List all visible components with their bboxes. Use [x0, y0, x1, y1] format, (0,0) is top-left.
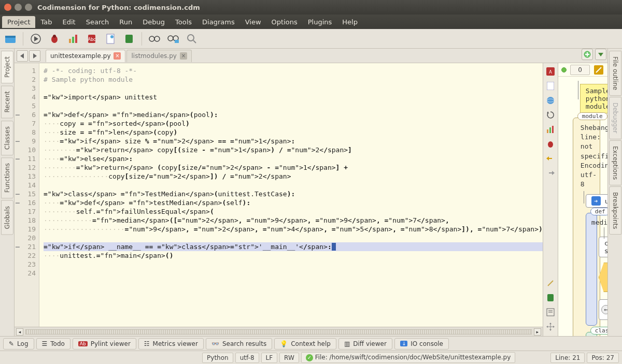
find-file-icon[interactable] — [166, 32, 180, 46]
book-icon[interactable] — [122, 32, 136, 46]
dict-icon[interactable]: A — [545, 66, 556, 77]
diagram-module-box: module Shebang line: not specified Encod… — [573, 118, 600, 336]
menu-tools[interactable]: Tools — [170, 16, 197, 28]
nav-forward-button[interactable] — [29, 50, 40, 62]
menu-tab[interactable]: Tab — [35, 16, 57, 28]
add-panel-button[interactable] — [582, 49, 593, 60]
find-icon[interactable] — [147, 32, 162, 46]
wand-icon[interactable] — [545, 278, 556, 288]
sidebar-tab-globals[interactable]: Globals — [1, 200, 13, 235]
indent-icon[interactable] — [545, 307, 556, 317]
status-dot-icon — [561, 67, 567, 72]
window-minimize-button[interactable] — [15, 4, 22, 11]
svg-point-33 — [548, 141, 553, 148]
code-content[interactable]: # -*- coding: utf-8 -*-# Sample python m… — [39, 63, 543, 327]
metrics-icon[interactable] — [66, 32, 80, 46]
bottom-tab-io[interactable]: ↓IO console — [394, 338, 449, 350]
diagram-import-box: ➔ unittest — [586, 194, 607, 208]
def-body-box: copy = sorted(pool) size = len(copy) — [599, 237, 607, 257]
editor-scrollbar[interactable]: ◂ ▸ — [15, 327, 543, 336]
move-icon[interactable] — [545, 322, 556, 332]
menu-search[interactable]: Search — [81, 16, 115, 28]
diagram-class-box: class TestMedian(unittest.TestCase) def … — [586, 332, 597, 336]
bottom-tab-pylint[interactable]: AbPylint viewer — [73, 338, 136, 350]
pylint-book-icon[interactable]: Abc — [84, 32, 99, 46]
project-icon[interactable] — [3, 32, 18, 46]
close-tab-icon[interactable]: × — [114, 52, 121, 60]
toolbar: Abc — [0, 29, 622, 49]
undo-icon[interactable] — [545, 153, 556, 164]
run-icon[interactable] — [29, 32, 43, 46]
encoding-text: Encoding: utf-8 — [581, 161, 595, 190]
sidebar-tab-functions[interactable]: Functions — [1, 157, 13, 198]
svg-marker-35 — [552, 171, 555, 175]
wand2-icon[interactable] — [593, 64, 604, 76]
diff-icon: ▥ — [344, 340, 350, 347]
scroll-left-icon[interactable]: ◂ — [16, 328, 23, 336]
debug-bug-icon[interactable] — [47, 32, 62, 46]
diagram-toolbar: 0 — [558, 63, 607, 77]
bars-icon[interactable] — [545, 124, 556, 135]
module-label: module — [577, 112, 607, 120]
status-pos: Pos: 27 — [587, 353, 619, 363]
window-close-button[interactable] — [4, 4, 11, 11]
svg-point-14 — [149, 36, 154, 41]
status-file: ✓ File: /home/swift/codimension/doc/WebS… — [301, 352, 516, 363]
class-label: class — [590, 327, 607, 334]
diagram-def-median: def median(pool) copy = sorted(pool) siz… — [586, 213, 597, 326]
doc2-icon[interactable] — [545, 81, 556, 91]
redo-icon[interactable] — [545, 168, 556, 178]
sidebar-tab-classes[interactable]: Classes — [1, 121, 13, 155]
bottom-tab-help[interactable]: 💡Context help — [274, 338, 336, 350]
svg-rect-1 — [5, 36, 16, 38]
svg-rect-19 — [175, 40, 179, 43]
sidebar-tab-debugger[interactable]: Debugger — [609, 97, 621, 139]
menu-debug[interactable]: Debug — [137, 16, 170, 28]
search-icon[interactable] — [185, 32, 199, 46]
scroll-right-icon[interactable]: ▸ — [534, 328, 541, 336]
svg-line-21 — [193, 40, 196, 43]
svg-rect-37 — [547, 294, 554, 301]
status-line: Line: 21 — [550, 353, 585, 363]
doc-icon[interactable] — [103, 32, 118, 46]
globe-icon[interactable] — [545, 95, 556, 106]
status-mode: RW — [279, 353, 299, 363]
bottom-tab-search[interactable]: 👓Search results — [206, 338, 272, 350]
book2-icon[interactable] — [545, 293, 556, 303]
file-tab-unittestexample[interactable]: unittestexample.py × — [46, 50, 125, 62]
file-tab-listmodules[interactable]: listmodules.py × — [126, 50, 191, 62]
nav-back-button[interactable] — [17, 50, 28, 62]
menu-diagrams[interactable]: Diagrams — [197, 16, 240, 28]
bottom-tab-diff[interactable]: ▥Diff viewer — [338, 338, 392, 350]
bug2-icon[interactable] — [545, 139, 556, 149]
flow-diagram-pane[interactable]: 0 Sample python module module Shebang — [558, 63, 607, 336]
close-tab-icon[interactable]: × — [180, 52, 187, 60]
bottom-tab-log[interactable]: ✎Log — [3, 338, 34, 350]
svg-rect-6 — [69, 39, 71, 43]
refresh-icon[interactable] — [545, 110, 556, 120]
svg-marker-3 — [34, 36, 38, 41]
svg-marker-34 — [546, 156, 549, 161]
code-editor[interactable]: 12345–678–910–11121314–15–1617181920–212… — [15, 63, 543, 336]
menu-plugins[interactable]: Plugins — [303, 16, 337, 28]
file-tab-label: unittestexample.py — [50, 52, 110, 60]
bulb-icon: 💡 — [280, 340, 288, 347]
menu-run[interactable]: Run — [114, 16, 137, 28]
bottom-tab-metrics[interactable]: ☷Metrics viewer — [138, 338, 204, 350]
sidebar-tab-project[interactable]: Project — [1, 51, 13, 83]
diagram-note: Sample python module — [580, 84, 607, 113]
menu-view[interactable]: View — [240, 16, 266, 28]
svg-marker-52 — [598, 53, 603, 56]
window-title: Codimension for Python: codimension.cdm — [37, 4, 200, 11]
menu-options[interactable]: Options — [266, 16, 303, 28]
dropdown-panel-button[interactable] — [595, 49, 606, 60]
menu-project[interactable]: Project — [2, 16, 35, 28]
window-maximize-button[interactable] — [25, 4, 32, 11]
sidebar-tab-breakpoints[interactable]: Breakpoints — [609, 186, 621, 235]
sidebar-tab-exceptions[interactable]: Exceptions — [609, 140, 621, 185]
sidebar-tab-recent[interactable]: Recent — [1, 85, 13, 118]
menu-edit[interactable]: Edit — [58, 16, 81, 28]
menu-help[interactable]: Help — [337, 16, 363, 28]
sidebar-tab-file-outline[interactable]: File outline — [609, 51, 621, 96]
bottom-tab-todo[interactable]: ☰Todo — [36, 338, 70, 350]
